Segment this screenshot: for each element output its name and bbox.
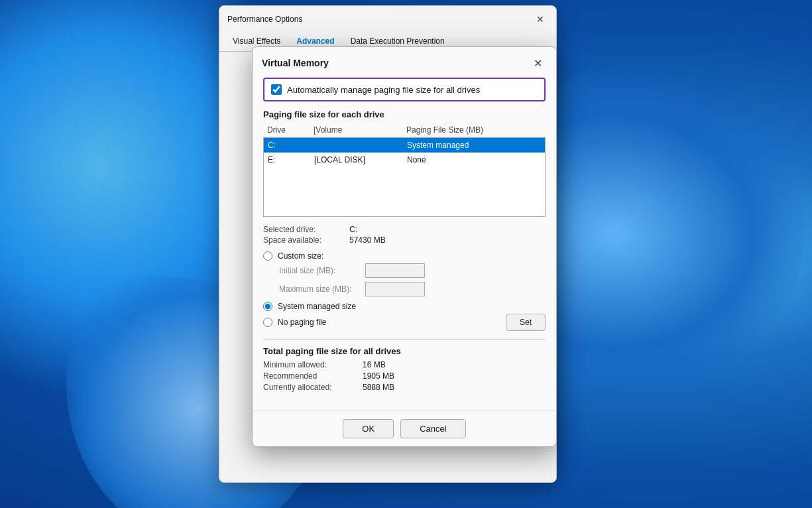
system-managed-row: System managed size [263, 302, 546, 311]
system-managed-radio[interactable] [263, 302, 272, 311]
vm-dialog-title: Virtual Memory [262, 58, 329, 68]
custom-size-row: Custom size: [263, 251, 546, 261]
space-available-value: 57430 MB [349, 235, 546, 245]
auto-manage-checkbox-row: Automatically manage paging file size fo… [263, 78, 546, 101]
custom-size-radio[interactable] [263, 251, 272, 261]
col-volume: [Volume [314, 125, 406, 135]
drive-e-letter: E: [268, 155, 314, 164]
virtual-memory-dialog: Virtual Memory ✕ Automatically manage pa… [252, 46, 557, 447]
drive-c-volume [314, 141, 407, 150]
auto-manage-checkbox[interactable] [271, 84, 282, 95]
ok-button[interactable]: OK [343, 419, 394, 438]
paging-section-title: Paging file size for each drive [263, 109, 546, 119]
drive-e-size: None [407, 155, 541, 164]
selected-drive-info: Selected drive: C: Space available: 5743… [263, 225, 546, 245]
col-paging-size: Paging File Size (MB) [406, 125, 542, 135]
drive-table-header: Drive [Volume Paging File Size (MB) [263, 123, 546, 137]
initial-size-label: Initial size (MB): [279, 266, 365, 275]
no-paging-radio[interactable] [263, 318, 272, 327]
currently-allocated-label: Currently allocated: [263, 383, 363, 392]
perf-titlebar: Performance Options ✕ [219, 6, 556, 32]
min-allowed-label: Minimum allowed: [263, 360, 363, 369]
set-button[interactable]: Set [506, 314, 546, 331]
recommended-label: Recommended [263, 371, 363, 381]
custom-size-label: Custom size: [278, 251, 323, 261]
perf-close-button[interactable]: ✕ [532, 11, 548, 27]
drive-row-e[interactable]: E: [LOCAL DISK] None [264, 153, 545, 167]
selected-drive-label: Selected drive: [263, 225, 349, 234]
vm-close-button[interactable]: ✕ [528, 54, 547, 72]
dialog-buttons: OK Cancel [253, 411, 556, 446]
drive-table: C: System managed E: [LOCAL DISK] None [263, 137, 546, 217]
size-radio-group: Custom size: Initial size (MB): Maximum … [263, 251, 546, 331]
total-section: Total paging file size for all drives Mi… [263, 339, 546, 392]
min-allowed-value: 16 MB [363, 360, 546, 369]
custom-size-inputs: Initial size (MB): Maximum size (MB): [279, 263, 546, 296]
selected-drive-value: C: [349, 225, 546, 234]
total-section-title: Total paging file size for all drives [263, 346, 546, 356]
total-grid: Minimum allowed: 16 MB Recommended 1905 … [263, 360, 546, 392]
col-drive: Drive [267, 125, 314, 135]
space-available-label: Space available: [263, 235, 349, 245]
max-size-input[interactable] [365, 282, 425, 296]
drive-e-volume: [LOCAL DISK] [314, 155, 407, 164]
cancel-button[interactable]: Cancel [400, 419, 465, 438]
initial-size-input[interactable] [365, 263, 425, 278]
no-paging-radio-row: No paging file [263, 318, 326, 327]
drive-c-letter: C: [268, 141, 314, 150]
vm-titlebar: Virtual Memory ✕ [253, 47, 556, 78]
drive-c-size: System managed [407, 141, 541, 150]
no-paging-label: No paging file [278, 318, 326, 327]
recommended-value: 1905 MB [363, 371, 546, 381]
max-size-label: Maximum size (MB): [279, 285, 365, 294]
vm-dialog-body: Automatically manage paging file size fo… [253, 78, 556, 411]
currently-allocated-value: 5888 MB [363, 383, 546, 392]
no-paging-row: No paging file Set [263, 314, 546, 331]
drive-row-c[interactable]: C: System managed [264, 138, 545, 153]
system-managed-label: System managed size [278, 302, 356, 311]
perf-window-title: Performance Options [227, 15, 302, 24]
auto-manage-label: Automatically manage paging file size fo… [287, 85, 480, 95]
